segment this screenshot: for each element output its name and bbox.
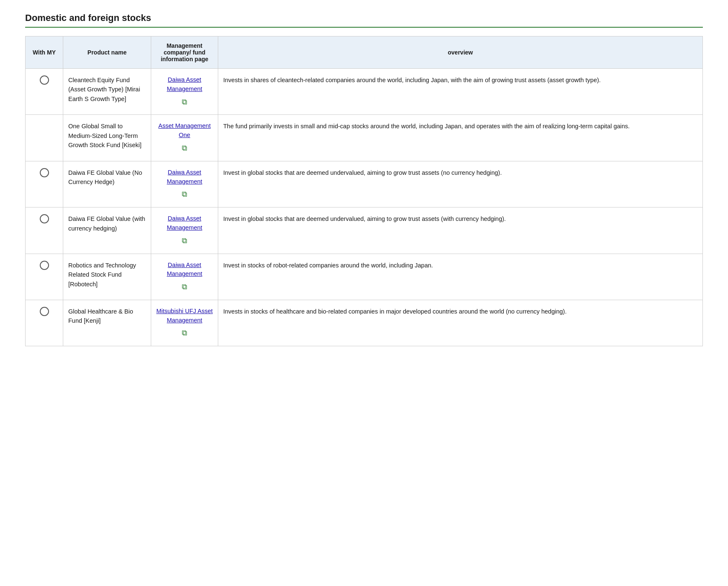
title-divider [25, 27, 703, 28]
product-name-cell: Robotics and Technology Related Stock Fu… [63, 254, 151, 300]
product-name-cell: Daiwa FE Global Value (No Currency Hedge… [63, 161, 151, 207]
copy-icon[interactable]: ⧉ [182, 143, 187, 154]
copy-icon[interactable]: ⧉ [182, 281, 187, 293]
table-row: Daiwa FE Global Value (with currency hed… [26, 207, 703, 254]
with-my-cell[interactable] [26, 69, 63, 115]
management-link[interactable]: Daiwa Asset Management [156, 168, 213, 187]
stocks-table: With MY Product name Management company/… [25, 36, 703, 346]
radio-button[interactable] [40, 214, 49, 223]
product-name-cell: Global Healthcare & Bio Fund [Kenji] [63, 300, 151, 346]
table-row: One Global Small to Medium-Sized Long-Te… [26, 115, 703, 161]
overview-cell: Invest in global stocks that are deemed … [218, 161, 703, 207]
overview-cell: The fund primarily invests in small and … [218, 115, 703, 161]
management-cell[interactable]: Daiwa Asset Management⧉ [151, 254, 218, 300]
radio-button[interactable] [40, 261, 49, 270]
management-cell[interactable]: Mitsubishi UFJ Asset Management⧉ [151, 300, 218, 346]
management-cell[interactable]: Daiwa Asset Management⧉ [151, 161, 218, 207]
overview-cell: Invest in stocks of robot-related compan… [218, 254, 703, 300]
management-link[interactable]: Mitsubishi UFJ Asset Management [156, 307, 213, 325]
header-product-name: Product name [63, 36, 151, 69]
overview-cell: Invests in shares of cleantech-related c… [218, 69, 703, 115]
radio-button[interactable] [40, 168, 49, 177]
management-link[interactable]: Daiwa Asset Management [156, 214, 213, 233]
table-row: Cleantech Equity Fund (Asset Growth Type… [26, 69, 703, 115]
overview-cell: Invest in global stocks that are deemed … [218, 207, 703, 254]
with-my-cell [26, 115, 63, 161]
management-cell[interactable]: Daiwa Asset Management⧉ [151, 207, 218, 254]
table-row: Global Healthcare & Bio Fund [Kenji]Mits… [26, 300, 703, 346]
product-name-cell: Daiwa FE Global Value (with currency hed… [63, 207, 151, 254]
header-with-my: With MY [26, 36, 63, 69]
management-link[interactable]: Daiwa Asset Management [156, 75, 213, 94]
copy-icon[interactable]: ⧉ [182, 327, 187, 339]
overview-cell: Invests in stocks of healthcare and bio-… [218, 300, 703, 346]
header-management: Management company/ fund information pag… [151, 36, 218, 69]
management-cell[interactable]: Asset Management One⧉ [151, 115, 218, 161]
management-link[interactable]: Asset Management One [156, 122, 213, 140]
header-overview: overview [218, 36, 703, 69]
table-row: Daiwa FE Global Value (No Currency Hedge… [26, 161, 703, 207]
table-row: Robotics and Technology Related Stock Fu… [26, 254, 703, 300]
product-name-cell: One Global Small to Medium-Sized Long-Te… [63, 115, 151, 161]
page-title: Domestic and foreign stocks [25, 13, 703, 23]
product-name-cell: Cleantech Equity Fund (Asset Growth Type… [63, 69, 151, 115]
copy-icon[interactable]: ⧉ [182, 235, 187, 247]
with-my-cell[interactable] [26, 207, 63, 254]
radio-button[interactable] [40, 307, 49, 316]
management-link[interactable]: Daiwa Asset Management [156, 261, 213, 279]
radio-button[interactable] [40, 75, 49, 85]
copy-icon[interactable]: ⧉ [182, 189, 187, 200]
with-my-cell[interactable] [26, 161, 63, 207]
table-header-row: With MY Product name Management company/… [26, 36, 703, 69]
copy-icon[interactable]: ⧉ [182, 96, 187, 108]
with-my-cell[interactable] [26, 300, 63, 346]
management-cell[interactable]: Daiwa Asset Management⧉ [151, 69, 218, 115]
with-my-cell[interactable] [26, 254, 63, 300]
